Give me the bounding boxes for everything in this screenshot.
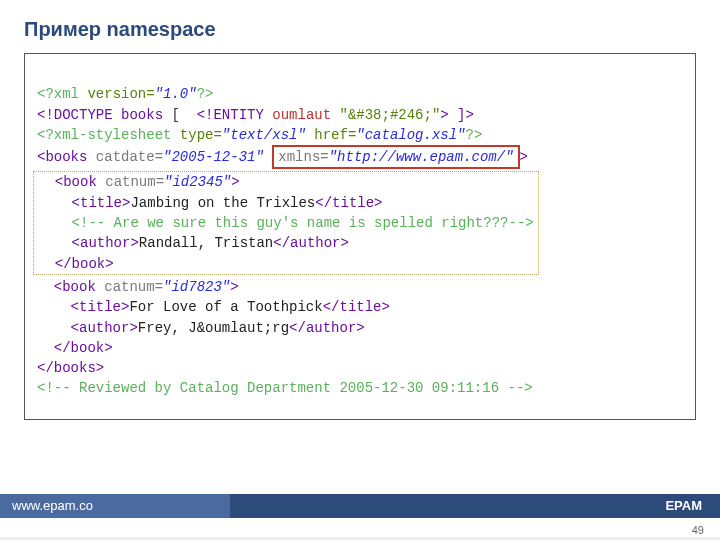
footer-url: www.epam.co — [0, 494, 230, 518]
xml-code-block: <?xml version="1.0"?> <!DOCTYPE books [ … — [24, 53, 696, 420]
line-15: <!-- Reviewed by Catalog Department 2005… — [37, 380, 533, 396]
page-number: 49 — [692, 524, 704, 536]
line-11: <title>For Love of a Toothpick</title> — [37, 299, 390, 315]
namespace-highlight: xmlns="http://www.epam.com/" — [272, 145, 519, 169]
line-5: <book catnum="id2345"> — [38, 174, 240, 190]
line-8: <author>Randall, Tristan</author> — [38, 235, 349, 251]
dotted-highlight-first-book: <book catnum="id2345"> <title>Jambing on… — [33, 171, 539, 274]
line-2: <!DOCTYPE books [ <!ENTITY oumlaut "&#38… — [37, 107, 474, 123]
footer-bar: www.epam.co EPAM — [0, 494, 720, 518]
line-7: <!-- Are we sure this guy's name is spel… — [38, 215, 534, 231]
line-4: <books catdate="2005-12-31" xmlns="http:… — [37, 149, 528, 165]
footer-brand: EPAM — [230, 494, 720, 518]
line-13: </book> — [37, 340, 113, 356]
line-6: <title>Jambing on the Trixles</title> — [38, 195, 383, 211]
line-14: </books> — [37, 360, 104, 376]
line-3: <?xml-stylesheet type="text/xsl" href="c… — [37, 127, 482, 143]
slide-title: Пример namespace — [0, 0, 720, 53]
line-9: </book> — [38, 256, 114, 272]
line-12: <author>Frey, J&oumlaut;rg</author> — [37, 320, 365, 336]
line-1: <?xml version="1.0"?> — [37, 86, 213, 102]
line-10: <book catnum="id7823"> — [37, 279, 239, 295]
